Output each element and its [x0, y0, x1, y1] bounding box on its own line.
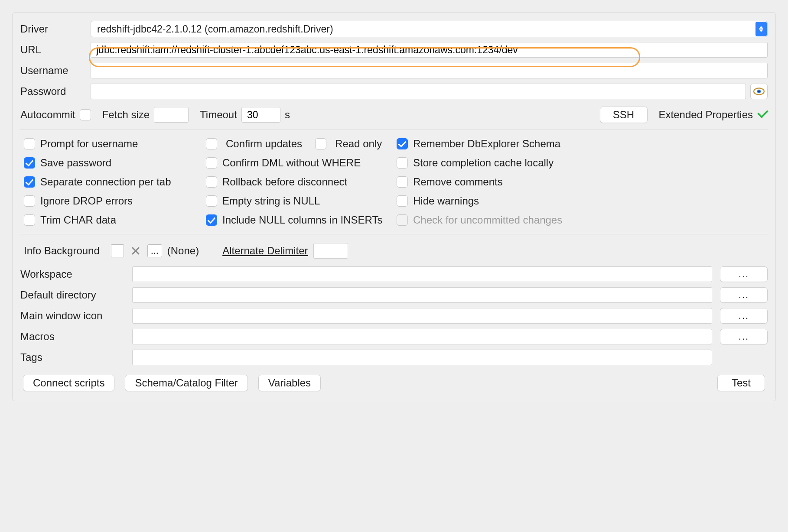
check-trim-char[interactable]: Trim CHAR data: [24, 214, 197, 226]
check-prompt-username[interactable]: Prompt for username: [24, 138, 197, 150]
show-password-button[interactable]: [750, 84, 768, 99]
label: Remember DbExplorer Schema: [413, 138, 560, 150]
label: Rollback before disconnect: [222, 176, 347, 188]
main-icon-input[interactable]: [132, 308, 712, 324]
check-confirm-updates[interactable]: Confirm updates Read only: [206, 138, 388, 150]
label: Include NULL columns in INSERTs: [222, 214, 383, 226]
driver-select[interactable]: redshift-jdbc42-2.1.0.12 (com.amazon.red…: [91, 21, 768, 37]
default-dir-label: Default directory: [20, 289, 124, 301]
check-store-cache[interactable]: Store completion cache locally: [397, 157, 622, 169]
close-icon: [131, 247, 140, 255]
label: Confirm updates: [226, 138, 302, 150]
alt-delimiter-label[interactable]: Alternate Delimiter: [222, 245, 308, 257]
macros-label: Macros: [20, 331, 124, 343]
driver-label: Driver: [20, 23, 86, 35]
url-label: URL: [20, 44, 86, 56]
password-label: Password: [20, 85, 86, 97]
label: Prompt for username: [40, 138, 138, 150]
connection-profile-panel: Driver redshift-jdbc42-2.1.0.12 (com.ama…: [12, 12, 776, 401]
label: Remove comments: [413, 176, 503, 188]
variables-button[interactable]: Variables: [258, 375, 321, 391]
default-dir-browse-button[interactable]: ...: [720, 287, 768, 303]
extended-properties-button[interactable]: Extended Properties: [659, 109, 768, 121]
check-confirm-dml[interactable]: Confirm DML without WHERE: [206, 157, 388, 169]
tags-input[interactable]: [132, 350, 712, 365]
main-icon-label: Main window icon: [20, 310, 124, 322]
check-save-password[interactable]: Save password: [24, 157, 197, 169]
ssh-button[interactable]: SSH: [600, 107, 648, 123]
timeout-input[interactable]: [241, 107, 280, 123]
label: Store completion cache locally: [413, 157, 554, 169]
connect-scripts-button[interactable]: Connect scripts: [23, 375, 114, 391]
default-dir-input[interactable]: [132, 287, 712, 303]
workspace-label: Workspace: [20, 268, 124, 280]
workspace-input[interactable]: [132, 266, 712, 282]
separator: [20, 234, 768, 234]
checkmark-icon: [755, 109, 768, 121]
macros-input[interactable]: [132, 329, 712, 344]
tags-label: Tags: [20, 351, 124, 363]
info-background-value: (None): [167, 245, 199, 257]
driver-value: redshift-jdbc42-2.1.0.12 (com.amazon.red…: [97, 23, 333, 35]
info-background-swatch[interactable]: [111, 244, 124, 257]
fetch-size-input[interactable]: [154, 107, 189, 123]
label: Hide warnings: [413, 195, 479, 207]
autocommit-checkbox[interactable]: [80, 109, 91, 120]
schema-filter-button[interactable]: Schema/Catalog Filter: [125, 375, 247, 391]
options-grid: Prompt for username Confirm updates Read…: [20, 136, 768, 228]
test-button[interactable]: Test: [717, 375, 765, 391]
label: Ignore DROP errors: [40, 195, 133, 207]
check-remove-comments[interactable]: Remove comments: [397, 176, 622, 188]
chevron-up-icon: [759, 26, 763, 29]
username-label: Username: [20, 65, 86, 77]
label: Save password: [40, 157, 111, 169]
check-hide-warnings[interactable]: Hide warnings: [397, 195, 622, 207]
main-icon-browse-button[interactable]: ...: [720, 308, 768, 324]
color-browse-button[interactable]: ...: [147, 244, 162, 257]
driver-dropdown-button[interactable]: [755, 22, 767, 36]
alt-delimiter-input[interactable]: [313, 243, 348, 259]
separator: [20, 130, 768, 130]
workspace-browse-button[interactable]: ...: [720, 266, 768, 282]
autocommit-label: Autocommit: [20, 109, 75, 121]
url-input[interactable]: [91, 42, 768, 58]
timeout-seconds-suffix: s: [285, 109, 290, 121]
label: Check for uncommitted changes: [413, 214, 562, 226]
label-readonly: Read only: [335, 138, 382, 150]
check-remember-schema[interactable]: Remember DbExplorer Schema: [397, 138, 622, 150]
extended-properties-label: Extended Properties: [659, 109, 753, 121]
eye-icon: [753, 87, 765, 96]
svg-point-2: [758, 91, 759, 92]
check-rollback[interactable]: Rollback before disconnect: [206, 176, 388, 188]
check-include-null-insert[interactable]: Include NULL columns in INSERTs: [206, 214, 388, 226]
macros-browse-button[interactable]: ...: [720, 329, 768, 344]
check-ignore-drop[interactable]: Ignore DROP errors: [24, 195, 197, 207]
label: Confirm DML without WHERE: [222, 157, 361, 169]
label: Empty string is NULL: [222, 195, 320, 207]
chevron-down-icon: [759, 29, 763, 32]
username-input[interactable]: [91, 63, 768, 78]
password-input[interactable]: [91, 84, 746, 99]
timeout-label: Timeout: [200, 109, 237, 121]
check-uncommitted: Check for uncommitted changes: [397, 214, 622, 226]
label: Trim CHAR data: [40, 214, 116, 226]
label: Separate connection per tab: [40, 176, 171, 188]
fetch-size-label: Fetch size: [102, 109, 150, 121]
check-separate-conn[interactable]: Separate connection per tab: [24, 176, 197, 188]
check-empty-null[interactable]: Empty string is NULL: [206, 195, 388, 207]
clear-color-button[interactable]: [129, 244, 142, 257]
info-background-label: Info Background: [24, 245, 100, 257]
